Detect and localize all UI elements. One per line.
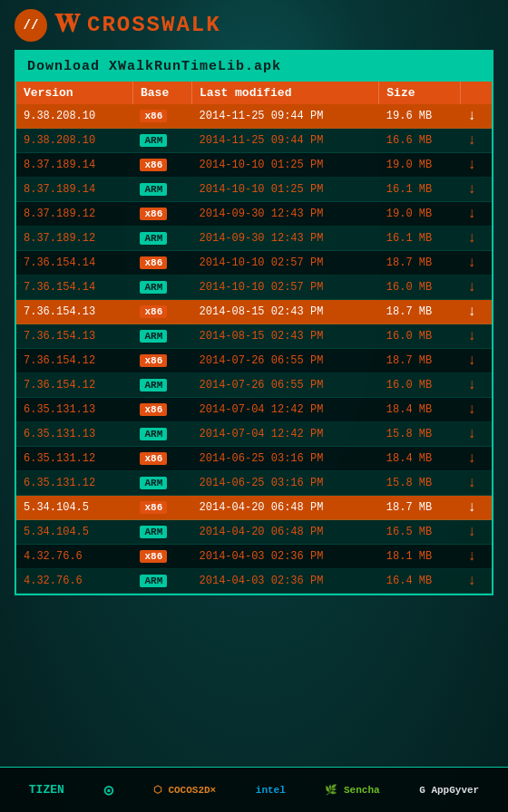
cell-download-btn[interactable]: ↓ xyxy=(460,129,492,153)
cell-base: x86 xyxy=(132,251,191,276)
cell-download-btn[interactable]: ↓ xyxy=(460,153,492,178)
table-row: 6.35.131.12 x86 2014-06-25 03:16 PM 18.4… xyxy=(16,447,492,471)
cell-modified: 2014-07-26 06:55 PM xyxy=(192,373,379,398)
cell-version: 7.36.154.12 xyxy=(16,349,132,373)
download-icon[interactable]: ↓ xyxy=(467,353,476,369)
cell-base: ARM xyxy=(132,227,191,251)
base-badge: x86 xyxy=(140,110,167,122)
download-icon[interactable]: ↓ xyxy=(467,230,476,246)
download-icon[interactable]: ↓ xyxy=(467,255,476,271)
base-badge: x86 xyxy=(140,403,167,416)
download-icon[interactable]: ↓ xyxy=(467,108,476,124)
cell-version: 5.34.104.5 xyxy=(16,520,132,545)
download-icon[interactable]: ↓ xyxy=(467,573,476,589)
cell-version: 4.32.76.6 xyxy=(16,545,132,569)
cell-size: 16.6 MB xyxy=(379,129,461,153)
w-logo: 𝐖 xyxy=(54,13,80,38)
cell-base: x86 xyxy=(132,447,191,471)
download-icon[interactable]: ↓ xyxy=(467,377,476,393)
sponsor-cocos: ⬡ COCOS2D× xyxy=(153,784,216,796)
table-row: 8.37.189.12 ARM 2014-09-30 12:43 PM 16.1… xyxy=(16,227,492,251)
cell-download-btn[interactable]: ↓ xyxy=(460,447,492,471)
col-modified: Last modified xyxy=(192,82,379,104)
cell-download-btn[interactable]: ↓ xyxy=(460,202,492,227)
base-badge: x86 xyxy=(140,159,167,171)
cell-size: 18.4 MB xyxy=(379,398,461,422)
cell-modified: 2014-10-10 02:57 PM xyxy=(192,276,379,300)
cell-download-btn[interactable]: ↓ xyxy=(460,422,492,447)
download-icon[interactable]: ↓ xyxy=(467,499,476,516)
table-row: 7.36.154.14 ARM 2014-10-10 02:57 PM 16.0… xyxy=(16,276,492,300)
cell-download-btn[interactable]: ↓ xyxy=(460,545,492,569)
cell-download-btn[interactable]: ↓ xyxy=(460,324,492,349)
cell-base: ARM xyxy=(132,324,191,349)
download-icon[interactable]: ↓ xyxy=(467,426,476,442)
cell-modified: 2014-04-03 02:36 PM xyxy=(192,569,379,594)
base-badge: ARM xyxy=(140,281,167,294)
cell-download-btn[interactable]: ↓ xyxy=(460,569,492,594)
base-badge: x86 xyxy=(140,501,167,514)
download-icon[interactable]: ↓ xyxy=(467,279,476,295)
download-heading: Download XWalkRunTimeLib.apk xyxy=(16,52,492,82)
cell-download-btn[interactable]: ↓ xyxy=(460,398,492,422)
table-row: 5.34.104.5 x86 2014-04-20 06:48 PM 18.7 … xyxy=(16,496,492,520)
table-row: 8.37.189.12 x86 2014-09-30 12:43 PM 19.0… xyxy=(16,202,492,227)
cell-download-btn[interactable]: ↓ xyxy=(460,373,492,398)
cell-version: 8.37.189.14 xyxy=(16,178,132,202)
table-row: 7.36.154.12 ARM 2014-07-26 06:55 PM 16.0… xyxy=(16,373,492,398)
cell-size: 19.6 MB xyxy=(379,104,461,129)
cell-download-btn[interactable]: ↓ xyxy=(460,496,492,520)
cell-download-btn[interactable]: ↓ xyxy=(460,276,492,300)
cell-base: ARM xyxy=(132,422,191,447)
base-badge: ARM xyxy=(140,379,167,392)
cell-download-btn[interactable]: ↓ xyxy=(460,227,492,251)
cell-download-btn[interactable]: ↓ xyxy=(460,520,492,545)
cell-modified: 2014-06-25 03:16 PM xyxy=(192,471,379,496)
table-row: 9.38.208.10 ARM 2014-11-25 09:44 PM 16.6… xyxy=(16,129,492,153)
cell-download-btn[interactable]: ↓ xyxy=(460,178,492,202)
base-badge: ARM xyxy=(140,428,167,440)
download-icon[interactable]: ↓ xyxy=(467,475,476,491)
cell-version: 7.36.154.14 xyxy=(16,251,132,276)
cell-size: 18.7 MB xyxy=(379,349,461,373)
cell-download-btn[interactable]: ↓ xyxy=(460,104,492,129)
cell-base: ARM xyxy=(132,276,191,300)
cell-version: 6.35.131.12 xyxy=(16,447,132,471)
download-icon[interactable]: ↓ xyxy=(467,401,476,418)
cell-size: 16.1 MB xyxy=(379,227,461,251)
cell-download-btn[interactable]: ↓ xyxy=(460,349,492,373)
cell-download-btn[interactable]: ↓ xyxy=(460,471,492,496)
cell-size: 18.4 MB xyxy=(379,447,461,471)
cell-modified: 2014-10-10 01:25 PM xyxy=(192,153,379,178)
download-icon[interactable]: ↓ xyxy=(467,524,476,540)
table-row: 4.32.76.6 x86 2014-04-03 02:36 PM 18.1 M… xyxy=(16,545,492,569)
cell-modified: 2014-10-10 02:57 PM xyxy=(192,251,379,276)
download-icon[interactable]: ↓ xyxy=(467,450,476,467)
col-base: Base xyxy=(132,82,191,104)
col-version: Version xyxy=(16,82,132,104)
base-badge: ARM xyxy=(140,134,167,147)
cell-modified: 2014-10-10 01:25 PM xyxy=(192,178,379,202)
col-download xyxy=(460,82,492,104)
table-row: 6.35.131.12 ARM 2014-06-25 03:16 PM 15.8… xyxy=(16,471,492,496)
table-row: 8.37.189.14 x86 2014-10-10 01:25 PM 19.0… xyxy=(16,153,492,178)
cell-version: 5.34.104.5 xyxy=(16,496,132,520)
cell-download-btn[interactable]: ↓ xyxy=(460,300,492,324)
download-icon[interactable]: ↓ xyxy=(467,548,476,565)
download-icon[interactable]: ↓ xyxy=(467,181,476,198)
cell-size: 18.1 MB xyxy=(379,545,461,569)
table-row: 4.32.76.6 ARM 2014-04-03 02:36 PM 16.4 M… xyxy=(16,569,492,594)
cell-modified: 2014-04-20 06:48 PM xyxy=(192,496,379,520)
cell-size: 18.7 MB xyxy=(379,496,461,520)
download-icon[interactable]: ↓ xyxy=(467,328,476,344)
cell-version: 6.35.131.13 xyxy=(16,422,132,447)
cell-download-btn[interactable]: ↓ xyxy=(460,251,492,276)
logo-circle: // xyxy=(15,9,47,42)
cell-base: ARM xyxy=(132,129,191,153)
download-icon[interactable]: ↓ xyxy=(467,132,476,149)
base-badge: x86 xyxy=(140,256,167,269)
base-badge: ARM xyxy=(140,183,167,196)
download-icon[interactable]: ↓ xyxy=(467,157,476,173)
download-icon[interactable]: ↓ xyxy=(467,304,476,320)
download-icon[interactable]: ↓ xyxy=(467,206,476,222)
